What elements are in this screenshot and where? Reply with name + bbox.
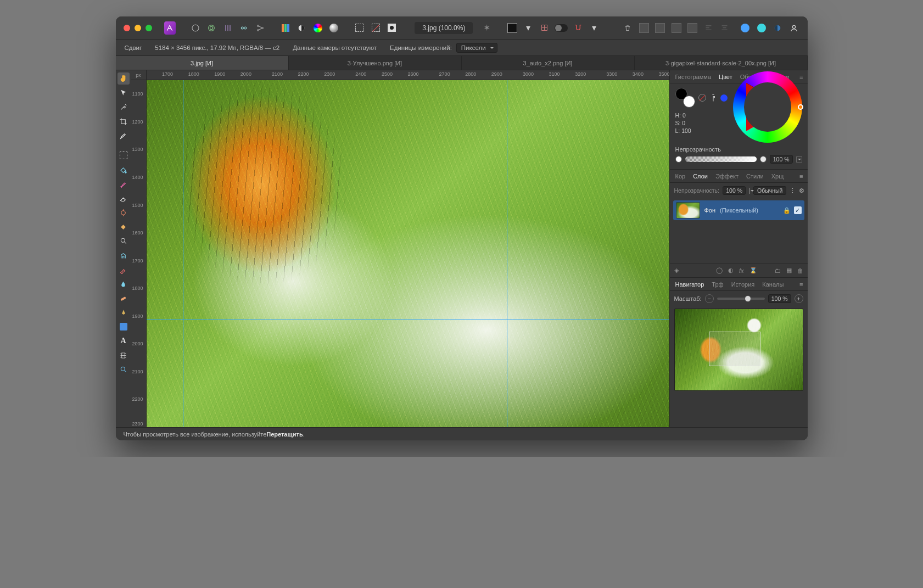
layer-list[interactable]: Фон (Пиксельный) 🔒 ✓ [670,198,808,263]
document-tab[interactable]: 3.jpg [И] [116,56,289,70]
layer-item[interactable]: Фон (Пиксельный) 🔒 ✓ [673,200,804,220]
healing-tool[interactable] [118,292,130,304]
inpainting-tool[interactable] [118,264,130,276]
adjustment-layer-icon[interactable]: ◐ [728,267,734,274]
canvas[interactable] [147,80,669,427]
persona-export-icon[interactable] [254,21,266,35]
navigator-thumbnail[interactable] [674,309,803,391]
rgb-swatches-icon[interactable] [279,21,291,35]
view-hand-tool[interactable] [118,72,130,85]
layers-view-mode-icon[interactable]: ◈ [674,267,679,274]
erase-tool[interactable] [118,192,130,204]
tab-effects[interactable]: Эффект [712,171,742,181]
tab-histogram[interactable]: Гистограмма [672,72,715,82]
marquee-tool[interactable] [118,149,130,161]
zoom-value[interactable]: 100 % [768,294,791,303]
toggle-switch-icon[interactable] [555,21,568,35]
move-tool[interactable] [118,87,130,99]
color-picker-tool[interactable] [118,101,130,113]
pen-tool[interactable] [118,306,130,318]
flood-select-tool[interactable] [118,164,130,176]
maximize-button[interactable] [146,25,152,31]
fx-layer-icon[interactable]: fx [739,267,744,274]
text-tool[interactable]: A [118,335,130,347]
hue-wheel-icon[interactable] [312,21,323,35]
align-center-icon[interactable] [719,21,730,35]
ruler-horizontal[interactable]: 1700 1800 1900 2000 2100 2200 2300 2400 … [147,70,669,80]
layer-lock-icon[interactable]: 🔒 [783,207,791,214]
account-icon[interactable] [788,21,799,35]
studio-preset-cyan-icon[interactable] [756,21,767,35]
tab-stock[interactable]: Хрщ [768,171,787,181]
add-pixel-layer-icon[interactable]: ▦ [786,267,792,274]
channels-icon[interactable]: ⋮ [790,187,796,194]
mask-layer-icon[interactable]: ◯ [716,267,723,274]
zoom-slider[interactable] [717,298,765,300]
tab-transform[interactable]: Трф [708,279,726,289]
minimize-button[interactable] [135,25,141,31]
group-layer-icon[interactable]: 🗀 [775,267,781,274]
no-color-icon[interactable] [698,94,706,102]
eyedropper-icon[interactable] [708,92,719,103]
arrange-back-icon[interactable] [638,21,650,35]
layer-opacity-value[interactable]: 100 % [723,186,746,195]
mesh-warp-tool[interactable] [118,349,130,361]
document-tab[interactable]: 3-gigapixel-standard-scale-2_00x.png [И] [635,56,808,70]
tab-navigator[interactable]: Навигатор [672,279,708,289]
selection-none-icon[interactable] [370,21,381,35]
tab-channels[interactable]: Каналы [759,279,787,289]
close-button[interactable] [124,25,130,31]
arrange-forward-icon[interactable] [670,21,682,35]
fill-swatch-icon[interactable] [506,21,518,35]
persona-tone-icon[interactable] [238,21,249,35]
gear-icon[interactable]: ⚙ [799,187,804,194]
persona-liquify-icon[interactable] [205,21,217,35]
opacity-dropdown-icon[interactable] [796,156,802,163]
opacity-slider[interactable] [685,156,757,162]
document-tab[interactable]: 3-Улучшено.png [И] [289,56,462,70]
zoom-tool[interactable] [118,363,130,376]
selection-brush-tool[interactable] [118,130,130,142]
fill-tool[interactable] [118,221,130,233]
fg-bg-swatch[interactable] [675,88,695,108]
tab-styles[interactable]: Стили [743,171,767,181]
ruler-vertical[interactable]: 1100 1200 1300 1400 1500 1600 1700 1800 … [131,80,147,427]
panel-menu-icon[interactable]: ≡ [797,74,805,80]
units-select[interactable]: Пиксели [456,43,497,53]
layer-opacity-dropdown[interactable] [749,188,750,194]
align-left-icon[interactable] [703,21,714,35]
trash-icon[interactable] [622,21,633,35]
tab-color[interactable]: Цвет [715,72,736,82]
tab-adjustments[interactable]: Кор [672,171,689,181]
panel-menu-icon[interactable]: ≡ [797,173,805,180]
color-wheel[interactable] [733,71,802,143]
blend-mode-select[interactable]: Обычный [753,186,786,195]
opacity-value[interactable]: 100 % [770,155,793,164]
arrange-backward-icon[interactable] [654,21,665,35]
studio-preset-half-icon[interactable] [772,21,784,35]
opacity-start-knob[interactable] [675,156,682,163]
gradient-circle-icon[interactable] [328,21,340,35]
dropdown-caret-icon[interactable]: ▾ [522,21,534,35]
persona-photo-icon[interactable] [189,21,201,35]
opacity-end-knob[interactable] [760,156,767,163]
dropdown-caret-icon[interactable]: ▾ [589,21,600,35]
panel-menu-icon[interactable]: ≡ [797,281,805,288]
live-filter-icon[interactable]: ⌛ [749,267,757,274]
selection-dashed-icon[interactable] [354,21,365,35]
navigator-viewport-box[interactable] [709,332,760,366]
tab-history[interactable]: История [728,279,758,289]
dodge-tool[interactable] [118,235,130,247]
paint-mixer-tool[interactable] [118,206,130,219]
zoom-in-button[interactable]: + [795,294,803,303]
document-tab[interactable]: 3_auto_x2.png [И] [462,56,635,70]
grid-icon[interactable] [539,21,550,35]
recent-color-icon[interactable] [720,94,728,102]
quick-mask-icon[interactable] [386,21,398,35]
arrange-front-icon[interactable] [686,21,698,35]
paint-brush-tool[interactable] [118,178,130,190]
clone-tool[interactable] [118,249,130,261]
crop-tool[interactable] [118,115,130,127]
zoom-out-button[interactable]: − [705,294,714,303]
persona-develop-icon[interactable] [222,21,233,35]
